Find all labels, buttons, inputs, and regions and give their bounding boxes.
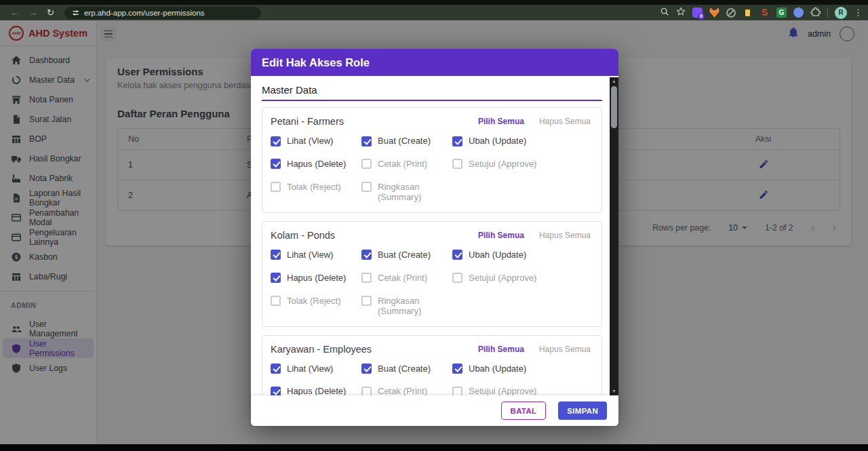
permission-checkbox[interactable] <box>361 387 372 395</box>
permission-label: Lihat (View) <box>287 364 333 374</box>
address-bar[interactable]: erp.ahd-app.com/user-permissions <box>64 7 261 19</box>
permission-checkbox[interactable] <box>361 136 372 146</box>
extension-s-icon[interactable]: S <box>760 7 770 18</box>
permission-checkbox[interactable] <box>271 364 281 374</box>
toolbar-divider <box>827 7 828 18</box>
permission-checkbox[interactable] <box>452 273 462 283</box>
permission-item: Ubah (Update) <box>452 364 593 374</box>
forward-icon[interactable]: → <box>28 7 37 18</box>
permission-label: Hapus (Delete) <box>287 273 346 283</box>
permission-item: Ringkasan (Summary) <box>361 182 452 203</box>
permission-label: Hapus (Delete) <box>287 386 346 395</box>
bookmark-star-icon[interactable] <box>676 7 686 18</box>
permission-label: Hapus (Delete) <box>287 159 346 170</box>
browser-menu-icon[interactable]: ⋮ <box>854 7 863 18</box>
permission-checkbox[interactable] <box>271 296 281 306</box>
cancel-button[interactable]: BATAL <box>501 401 547 420</box>
permission-checkbox[interactable] <box>452 136 462 146</box>
permission-item: Lihat (View) <box>271 364 361 374</box>
clear-all-link[interactable]: Hapus Semua <box>539 117 591 126</box>
section-title: Kolam - Ponds <box>271 230 335 241</box>
permission-item: Cetak (Print) <box>361 273 452 283</box>
permission-item: Buat (Create) <box>361 364 452 374</box>
extension-g-icon[interactable]: G <box>776 7 787 18</box>
permission-checkbox[interactable] <box>452 250 462 260</box>
permission-checkbox[interactable] <box>452 159 462 169</box>
permission-checkbox[interactable] <box>271 273 281 283</box>
permission-item: Hapus (Delete) <box>271 159 361 170</box>
permission-grid: Lihat (View) Buat (Create) Ubah (Update) <box>271 250 593 317</box>
permission-checkbox[interactable] <box>361 296 372 306</box>
permission-checkbox[interactable] <box>361 159 372 169</box>
select-all-link[interactable]: Pilih Semua <box>478 117 524 126</box>
back-icon[interactable]: ← <box>10 7 19 18</box>
permission-section: Petani - Farmers Pilih Semua Hapus Semua… <box>262 107 602 213</box>
permission-item: Tolak (Reject) <box>271 296 361 317</box>
clear-all-link[interactable]: Hapus Semua <box>539 231 591 240</box>
permission-label: Tolak (Reject) <box>287 182 340 193</box>
permission-item: Setujui (Approve) <box>452 386 593 395</box>
scrollbar-thumb[interactable] <box>611 86 617 128</box>
permission-label: Buat (Create) <box>378 250 431 260</box>
permission-label: Lihat (View) <box>287 250 333 260</box>
permission-item: Lihat (View) <box>271 250 361 260</box>
permission-label: Cetak (Print) <box>378 386 427 395</box>
site-settings-icon[interactable] <box>72 9 80 17</box>
clear-all-link[interactable]: Hapus Semua <box>539 345 591 354</box>
permission-checkbox[interactable] <box>361 273 372 283</box>
permission-item: Ringkasan (Summary) <box>361 296 452 317</box>
permission-label: Ubah (Update) <box>469 250 526 260</box>
modal-title: Edit Hak Akses Role <box>262 56 370 69</box>
zoom-icon[interactable] <box>660 7 669 18</box>
permission-item: Hapus (Delete) <box>271 273 361 283</box>
permission-checkbox[interactable] <box>271 182 281 192</box>
modal-scrollbar[interactable]: ▲ ▼ <box>610 77 618 395</box>
permission-label: Cetak (Print) <box>378 273 427 283</box>
window-top-strip <box>0 0 868 5</box>
permission-checkbox[interactable] <box>452 387 462 395</box>
scroll-down-icon[interactable]: ▼ <box>610 387 618 395</box>
extensions-puzzle-icon[interactable] <box>810 7 821 19</box>
permission-checkbox[interactable] <box>271 159 281 169</box>
browser-toolbar: ← → ↻ erp.ahd-app.com/user-permissions 8… <box>0 5 868 20</box>
permission-label: Ringkasan (Summary) <box>378 182 448 203</box>
reload-icon[interactable]: ↻ <box>47 7 54 18</box>
permission-checkbox[interactable] <box>361 250 372 260</box>
permission-label: Lihat (View) <box>287 136 333 146</box>
extension-fox-icon[interactable] <box>709 7 719 18</box>
permission-section: Kolam - Ponds Pilih Semua Hapus Semua Li… <box>262 221 602 327</box>
extension-cube-icon[interactable]: 8 <box>692 7 703 18</box>
permission-checkbox[interactable] <box>452 364 462 374</box>
extension-globe-icon[interactable] <box>793 7 804 18</box>
permission-checkbox[interactable] <box>271 387 281 395</box>
permission-item: Cetak (Print) <box>361 159 452 170</box>
browser-profile-avatar[interactable]: R <box>835 7 847 19</box>
module-tab-master-data[interactable]: Master Data <box>262 84 602 101</box>
select-all-link[interactable]: Pilih Semua <box>478 231 524 240</box>
select-all-link[interactable]: Pilih Semua <box>478 345 524 354</box>
permission-checkbox[interactable] <box>361 364 372 374</box>
extension-wallet-icon[interactable] <box>743 7 753 18</box>
permission-item: Setujui (Approve) <box>452 159 593 170</box>
permission-checkbox[interactable] <box>271 250 281 260</box>
permission-label: Ubah (Update) <box>469 136 526 146</box>
permission-label: Setujui (Approve) <box>469 386 536 395</box>
permission-grid: Lihat (View) Buat (Create) Ubah (Update) <box>271 136 593 203</box>
permission-checkbox[interactable] <box>271 136 281 146</box>
permission-item: Hapus (Delete) <box>271 386 361 395</box>
modal-body: Master Data Petani - Farmers Pilih Semua… <box>251 76 618 395</box>
browser-chrome: ← → ↻ erp.ahd-app.com/user-permissions 8… <box>0 0 868 20</box>
permission-label: Tolak (Reject) <box>287 296 340 307</box>
modal-footer: BATAL SIMPAN <box>251 395 618 426</box>
save-button[interactable]: SIMPAN <box>558 401 607 420</box>
url-text: erp.ahd-app.com/user-permissions <box>84 9 205 17</box>
permission-label: Setujui (Approve) <box>469 159 536 170</box>
scroll-up-icon[interactable]: ▲ <box>610 77 618 85</box>
permission-label: Buat (Create) <box>378 364 431 374</box>
permission-label: Setujui (Approve) <box>469 273 536 283</box>
permission-checkbox[interactable] <box>361 182 372 192</box>
permission-grid: Lihat (View) Buat (Create) Ubah (Update) <box>271 364 593 396</box>
section-title: Petani - Farmers <box>271 116 344 127</box>
permission-label: Ubah (Update) <box>469 364 526 374</box>
extension-blocked-icon[interactable] <box>726 8 736 18</box>
